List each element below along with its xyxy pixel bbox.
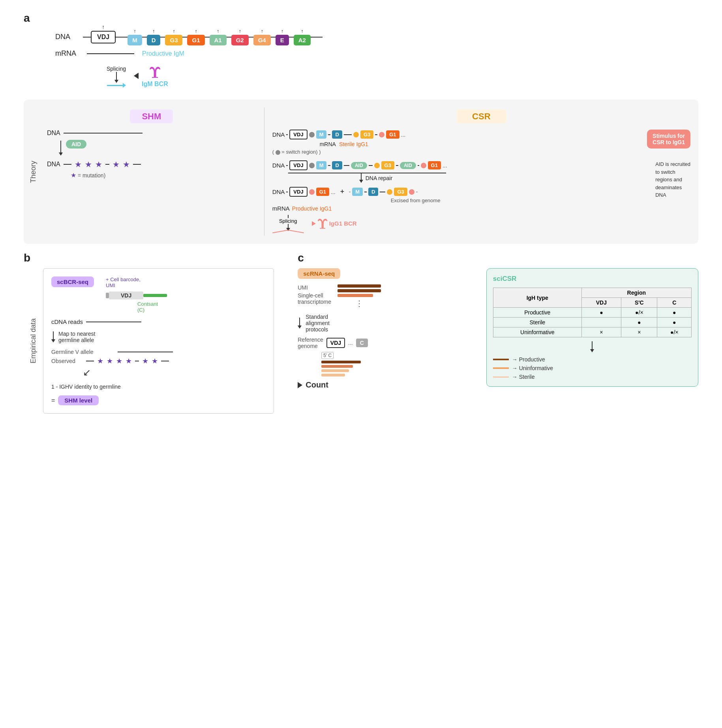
c-sterile: ● — [657, 318, 692, 327]
gene-e-box: E — [276, 35, 289, 45]
constant-c-label: Contsant (C) — [137, 301, 167, 313]
igm-bcr-label: IgM BCR — [142, 81, 168, 88]
ref-vdj-box: VDJ — [326, 338, 345, 348]
table-row-sterile: Sterile ● ● — [493, 318, 691, 327]
ref-genome-section: Reference genome VDJ ... C — [298, 337, 474, 349]
switch-2 — [353, 132, 359, 137]
five-c-label: 5' C — [321, 352, 474, 358]
identity-row: 1 - IGHV identity to germline — [51, 384, 266, 390]
count-label: Count — [306, 380, 328, 389]
type-sterile: Sterile — [493, 318, 581, 327]
legend-productive-row: → Productive — [493, 356, 692, 363]
productive-igg1-label: Productive IgG1 — [292, 205, 332, 212]
gene-m: ↑ M — [128, 28, 142, 45]
empirical-content: scBCR-seq + Cell barcode, UMI — [43, 268, 274, 414]
arrow-left — [134, 73, 139, 79]
gene-m-box: M — [128, 35, 142, 45]
productive-igg1-row: mRNA Productive IgG1 — [272, 205, 690, 212]
mutated-dna-row: DNA ★ ★ ★ ★ ★ — [47, 160, 256, 169]
panel-a-label: a — [24, 12, 30, 24]
read-productive-2 — [338, 289, 381, 292]
vdj-sterile — [581, 318, 621, 327]
ref-read-2 — [321, 365, 353, 368]
th-c: C — [657, 298, 692, 308]
shm-dna-line — [64, 133, 143, 134]
igm-bcr-icon: 𝚼 IgM BCR — [142, 64, 168, 88]
splicing-label2: Splicing — [279, 218, 297, 224]
gene-a1-box: A1 — [210, 35, 227, 45]
th-sc: S'C — [621, 298, 657, 308]
curl-arrow: ↙ — [83, 367, 91, 378]
excised-label: Excised from genome — [391, 198, 690, 203]
empirical-label: Empirical data — [24, 268, 43, 414]
legend-productive-line — [493, 359, 509, 360]
shm-level-row: = SHM level — [51, 395, 266, 405]
main-container: a DNA ↑ VDJ ↑ M — [0, 0, 722, 425]
scrna-labels: UMI Single-cell transcriptome — [298, 284, 331, 305]
igg1-bcr-section: Splicing 𝚼 IgG1 — [272, 215, 690, 232]
panel-c-label: c — [298, 252, 304, 264]
scbcr-content: scBCR-seq + Cell barcode, UMI — [51, 277, 266, 405]
aid-arrow — [59, 141, 63, 156]
gene-g2: ↑ G2 — [231, 28, 249, 45]
gene-a1: ↑ A1 — [210, 28, 227, 45]
csr-dna-row2: DNA VDJ M D AID G3 AID — [272, 160, 651, 170]
type-uninformative: Uninformative — [493, 327, 581, 337]
sterile-igg1-label: Sterile IgG1 — [339, 141, 368, 147]
shm-level-badge: SHM level — [58, 395, 99, 405]
star-2: ★ — [85, 160, 92, 169]
connector-1 — [116, 37, 128, 38]
ref-reads: 5' C — [321, 352, 474, 376]
mrna-line — [87, 53, 134, 54]
productive-igm-label: Productive IgM — [142, 50, 184, 57]
th-vdj: VDJ — [581, 298, 621, 308]
panel-c-content: scRNA-seq UMI Single-cell transcriptome — [298, 268, 698, 389]
legend-productive-label: → Productive — [512, 356, 545, 363]
gene-m-arrow: ↑ — [133, 28, 136, 34]
csr-dna1: DNA VDJ M D G3 G1 — [272, 130, 639, 155]
sciCSR-section: sciCSR IgH type Region VDJ S'C — [486, 268, 698, 387]
igg1-bcr-icon-row: 𝚼 IgG1 BCR — [312, 216, 357, 231]
legend-uninformative-line — [493, 367, 509, 369]
csr-header-container: CSR — [272, 111, 690, 122]
gene-g1: ↑ G1 — [187, 28, 204, 45]
germline-row: Germline V allele — [51, 349, 266, 355]
conn — [142, 37, 147, 38]
switch-1 — [309, 132, 315, 137]
gene-segments: ↑ M ↑ D ↑ G3 ↑ — [128, 28, 323, 45]
aid-section: AID — [59, 141, 256, 156]
sterile-mrna-row: mRNA Sterile IgG1 — [320, 141, 639, 147]
vdj-read-section: + Cell barcode, UMI VDJ — [106, 277, 167, 313]
panels-bc: b Empirical data scBCR-seq — [24, 252, 698, 414]
read-uninformative — [338, 294, 373, 297]
germline-section: Germline V allele Observed ★ ★ ★ ★ — [51, 349, 266, 378]
scrna-flow: scRNA-seq UMI Single-cell transcriptome — [298, 268, 474, 389]
shm-dna-label: DNA — [47, 130, 60, 137]
panel-b-label: b — [24, 252, 30, 264]
umi-label: UMI — [298, 284, 331, 291]
table-row-uninformative: Uninformative × × ●/× — [493, 327, 691, 337]
gene-g4-box: G4 — [253, 35, 271, 45]
gene-g1-box: G1 — [187, 35, 204, 45]
vdj-arrow: ↑ — [102, 24, 105, 30]
vdj-productive: ● — [581, 308, 621, 318]
sc-productive: ●/× — [621, 308, 657, 318]
th-igh-type: IgH type — [493, 288, 581, 308]
dna-line-1 — [83, 37, 91, 38]
gene-g4: ↑ G4 — [253, 28, 271, 45]
dna-repair-label: DNA repair — [366, 175, 392, 181]
germline-label: Germline V allele — [51, 349, 114, 355]
shm-dna-row: DNA — [47, 130, 256, 137]
legend-sterile-row: → Sterile — [493, 374, 692, 380]
switch-3 — [379, 132, 384, 137]
constant-green-line — [143, 294, 167, 297]
empirical-section: Empirical data scBCR-seq + Cell barcode,… — [24, 268, 274, 414]
gene-g3: ↑ G3 — [165, 28, 182, 45]
csr-section: CSR DNA VDJ M D — [264, 107, 698, 236]
count-arrow — [298, 382, 302, 388]
sc-sterile: ● — [621, 318, 657, 327]
read-stacks: ⋮ — [338, 284, 381, 308]
csr-row3: DNA VDJ G1 ... + M D G3 — [272, 187, 690, 212]
y-shape: 𝚼 — [149, 64, 161, 81]
star-5: ★ — [123, 160, 130, 169]
